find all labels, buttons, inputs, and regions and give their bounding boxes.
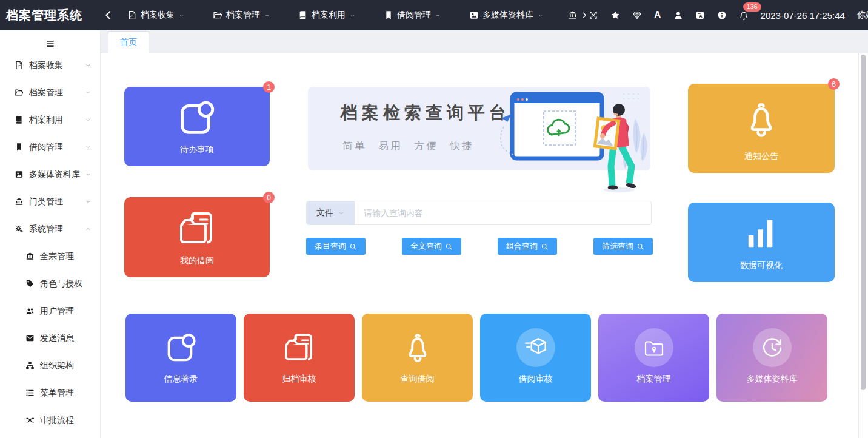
media-icon — [469, 10, 479, 20]
translate-icon[interactable] — [695, 10, 705, 20]
user-greeting[interactable]: 你好 杨标 — [857, 10, 868, 21]
topnav-item-label: 多媒体资料库 — [482, 10, 533, 21]
combo-query-button[interactable]: 组合查询 — [498, 238, 557, 255]
shortcut-card-archive-manage[interactable]: 档案管理 — [598, 314, 709, 402]
chevron-down-icon — [85, 62, 92, 69]
search-category-select[interactable]: 文件 — [307, 201, 355, 224]
chevron-down-icon — [349, 12, 356, 19]
icon-circle — [516, 328, 555, 367]
card-notice[interactable]: 6 通知公告 — [688, 84, 835, 173]
topnav-item-multimedia[interactable]: 多媒体资料库 — [469, 10, 544, 21]
tab-home[interactable]: 首页 — [108, 31, 149, 53]
badge-count: 0 — [263, 192, 275, 203]
search-input[interactable] — [355, 201, 651, 224]
sidebar-item-messages[interactable]: 发送消息 — [0, 325, 100, 352]
shortcut-card-borrow-review[interactable]: 借阅审核 — [480, 314, 591, 402]
sidebar-collapse-icon[interactable] — [102, 8, 115, 22]
top-navbar: 档案管理系统 档案收集 档案管理 档案利用 借阅管理 多媒体资料库 — [0, 0, 868, 30]
sidebar-item-roles[interactable]: 角色与授权 — [0, 270, 100, 297]
sidebar-item-org[interactable]: 组织架构 — [0, 352, 100, 379]
hamburger-menu-icon[interactable] — [45, 38, 56, 49]
vertical-scrollbar-track — [858, 53, 868, 438]
sidebar-system-submenu: 全宗管理 角色与授权 用户管理 发送消息 组织架构 菜单管理 审批流程 — [0, 243, 100, 434]
folder-doc-icon — [174, 207, 220, 249]
bank-icon — [568, 10, 578, 20]
card-label: 待办事项 — [180, 144, 214, 155]
sidebar: 档案收集 档案管理 档案利用 借阅管理 多媒体资料库 门类管理 系统管理 全宗管… — [0, 30, 101, 438]
chevron-down-icon — [264, 12, 270, 19]
card-label: 归档审核 — [282, 374, 316, 385]
sidebar-item-borrowing[interactable]: 借阅管理 — [0, 133, 100, 161]
shortcut-card-borrow-query[interactable]: 查询借阅 — [362, 314, 473, 402]
sidebar-item-label: 档案收集 — [29, 60, 85, 71]
cogs-icon — [15, 224, 24, 234]
topnav-item-label: 借阅管理 — [397, 10, 431, 21]
entry-query-button[interactable]: 条目查询 — [306, 238, 366, 255]
topnav-item-category-partial[interactable] — [568, 10, 589, 20]
notification-bell[interactable]: 136 — [739, 10, 749, 21]
icon-circle — [635, 328, 673, 367]
sidebar-item-workflow[interactable]: 审批流程 — [0, 406, 100, 434]
sidebar-item-users[interactable]: 用户管理 — [0, 297, 100, 325]
sidebar-item-fonds[interactable]: 全宗管理 — [0, 243, 100, 270]
shortcut-card-archive-review[interactable]: 归档审核 — [244, 314, 355, 402]
filter-query-button[interactable]: 筛选查询 — [593, 238, 653, 255]
users-icon — [25, 306, 35, 315]
sidebar-item-collection[interactable]: 档案收集 — [0, 52, 100, 79]
shortcut-card-multimedia[interactable]: 多媒体资料库 — [716, 314, 827, 402]
vertical-scrollbar-thumb[interactable] — [861, 55, 866, 390]
fullscreen-icon[interactable] — [589, 10, 598, 20]
query-buttons: 条目查询 全文查询 组合查询 筛选查询 — [306, 238, 653, 255]
card-label: 通知公告 — [744, 151, 778, 162]
feature-word: 简单 — [342, 139, 367, 153]
chevron-down-icon — [85, 171, 92, 178]
tab-bar: 首页 — [101, 30, 868, 53]
star-icon[interactable] — [610, 10, 620, 20]
chevron-down-icon — [435, 12, 441, 19]
sitemap-icon — [25, 361, 35, 370]
button-label: 全文查询 — [410, 241, 442, 252]
file-icon — [15, 61, 24, 70]
info-icon[interactable] — [717, 10, 727, 20]
card-todo[interactable]: 1 待办事项 — [124, 87, 270, 166]
sidebar-item-label: 发送消息 — [40, 333, 92, 344]
topnav-item-label: 档案利用 — [312, 10, 346, 21]
fulltext-query-button[interactable]: 全文查询 — [402, 238, 461, 255]
card-label: 信息著录 — [164, 374, 198, 385]
gem-icon[interactable] — [632, 10, 642, 20]
card-my-borrow[interactable]: 0 我的借阅 — [124, 197, 270, 277]
sidebar-item-management[interactable]: 档案管理 — [0, 79, 100, 106]
sidebar-item-multimedia[interactable]: 多媒体资料库 — [0, 161, 100, 188]
icon-circle — [753, 328, 792, 367]
bookmark-icon — [15, 143, 24, 152]
banner-title: 档案检索查询平台 — [341, 101, 510, 124]
shortcut-card-entry[interactable]: 信息著录 — [125, 314, 236, 402]
book-icon — [15, 115, 24, 124]
sidebar-item-system[interactable]: 系统管理 — [0, 215, 100, 243]
sidebar-item-utilization[interactable]: 档案利用 — [0, 106, 100, 133]
sidebar-item-label: 用户管理 — [40, 306, 92, 317]
topnav-item-utilization[interactable]: 档案利用 — [298, 10, 356, 21]
font-size-icon[interactable]: A — [654, 10, 661, 20]
datetime-display: 2023-07-26 17:25:44 — [761, 10, 845, 21]
search-icon — [541, 243, 549, 251]
feature-word: 易用 — [378, 139, 402, 153]
user-icon[interactable] — [673, 10, 683, 20]
sidebar-item-category[interactable]: 门类管理 — [0, 188, 100, 215]
topnav-item-management[interactable]: 档案管理 — [213, 10, 270, 21]
card-data-visualization[interactable]: 数据可视化 — [688, 203, 835, 282]
topnav-item-label: 档案管理 — [226, 10, 260, 21]
topnav-item-collection[interactable]: 档案收集 — [127, 10, 185, 21]
topnav-item-borrowing[interactable]: 借阅管理 — [384, 10, 441, 21]
feature-word: 快捷 — [450, 139, 474, 153]
search-bar: 文件 — [306, 201, 652, 225]
folder-open-icon — [15, 88, 24, 97]
main-content: 1 待办事项 档案检索查询平台 简单 易用 方便 快捷 — [101, 53, 868, 438]
search-category-value: 文件 — [316, 207, 333, 218]
sidebar-item-menus[interactable]: 菜单管理 — [0, 379, 100, 406]
card-label: 数据可视化 — [740, 260, 783, 271]
shuffle-icon — [25, 416, 35, 425]
bank-icon — [15, 197, 24, 206]
sidebar-item-label: 组织架构 — [40, 360, 92, 371]
chevron-right-icon[interactable] — [580, 11, 589, 19]
